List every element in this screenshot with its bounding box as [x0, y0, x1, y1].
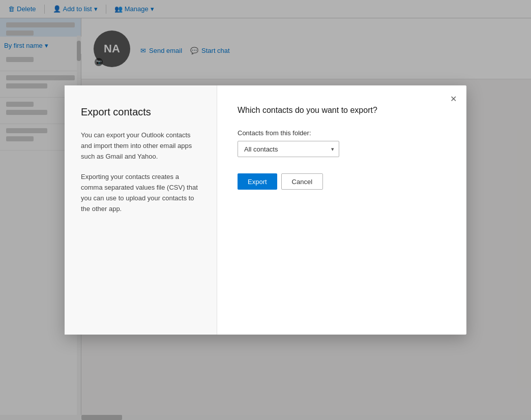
modal-left-panel: Export contacts You can export your Outl…	[65, 85, 217, 335]
modal-question: Which contacts do you want to export?	[238, 106, 446, 115]
modal-description-2: Exporting your contacts creates a comma …	[81, 172, 200, 214]
modal-buttons: Export Cancel	[238, 173, 446, 190]
contacts-folder-select-wrapper: All contacts Suggested contacts Other co…	[238, 141, 339, 157]
modal-title: Export contacts	[81, 106, 200, 118]
modal-close-button[interactable]: ✕	[446, 92, 460, 106]
contacts-folder-select[interactable]: All contacts Suggested contacts Other co…	[238, 141, 339, 157]
export-contacts-modal: ✕ Export contacts You can export your Ou…	[65, 85, 466, 335]
modal-right-panel: Which contacts do you want to export? Co…	[217, 85, 466, 335]
cancel-button[interactable]: Cancel	[281, 173, 323, 190]
export-button[interactable]: Export	[238, 173, 277, 190]
close-icon: ✕	[450, 94, 457, 104]
folder-label: Contacts from this folder:	[238, 129, 446, 137]
modal-description-1: You can export your Outlook contacts and…	[81, 130, 200, 162]
modal-overlay: ✕ Export contacts You can export your Ou…	[0, 0, 531, 420]
